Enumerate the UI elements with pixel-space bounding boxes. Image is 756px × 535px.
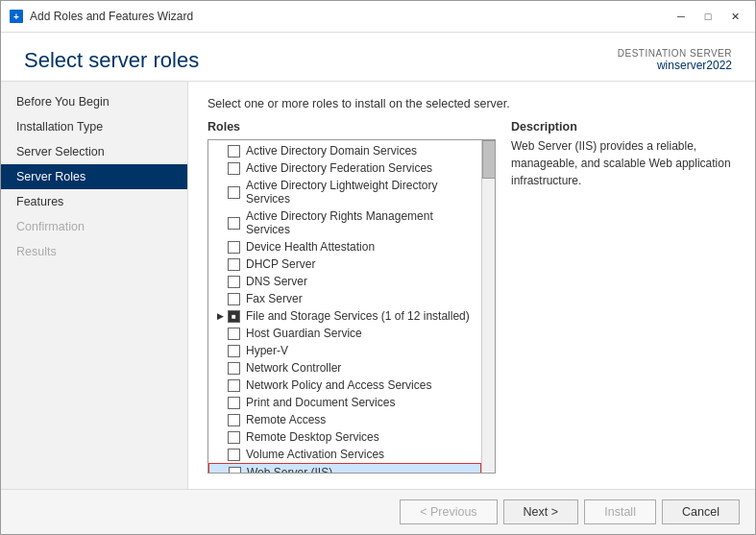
role-checkbox-network-controller[interactable] [228,362,240,375]
role-item-ad-lightweight[interactable]: Active Directory Lightweight Directory S… [208,177,481,207]
sidebar-item-features[interactable]: Features [1,189,187,214]
title-bar: + Add Roles and Features Wizard ─ □ ✕ [1,1,755,33]
role-item-dns[interactable]: DNS Server [208,273,481,290]
page-title: Select server roles [24,48,199,73]
role-checkbox-ad-rights[interactable] [228,217,240,230]
role-item-print-document[interactable]: Print and Document Services [208,394,481,411]
role-item-host-guardian[interactable]: Host Guardian Service [208,325,481,342]
role-item-network-controller[interactable]: Network Controller [208,359,481,377]
role-label-ad-federation: Active Directory Federation Services [246,161,432,175]
role-checkbox-device-health[interactable] [228,241,240,254]
role-checkbox-host-guardian[interactable] [228,328,240,340]
role-item-remote-access[interactable]: Remote Access [208,411,481,428]
roles-panel: Roles Active Directory Domain ServicesAc… [207,120,496,474]
sidebar-item-confirmation: Confirmation [1,214,187,239]
description-text: Web Server (IIS) provides a reliable, ma… [511,137,736,189]
role-label-dhcp: DHCP Server [246,257,315,271]
role-checkbox-remote-desktop[interactable] [228,431,240,444]
cancel-button[interactable]: Cancel [662,499,740,524]
title-bar-text: Add Roles and Features Wizard [30,10,669,23]
role-label-fax: Fax Server [246,292,303,305]
role-item-volume-activation[interactable]: Volume Activation Services [208,446,481,463]
role-checkbox-hyper-v[interactable] [228,345,240,357]
roles-list: Active Directory Domain ServicesActive D… [208,140,495,474]
instruction-text: Select one or more roles to install on t… [207,97,736,110]
role-label-dns: DNS Server [246,275,307,288]
maximize-button[interactable]: □ [695,7,720,26]
expand-arrow-file-storage[interactable]: ▶ [214,310,226,322]
wizard-body: Before You BeginInstallation TypeServer … [1,82,755,489]
role-item-network-policy[interactable]: Network Policy and Access Services [208,377,481,394]
role-checkbox-volume-activation[interactable] [228,449,240,461]
role-label-remote-desktop: Remote Desktop Services [246,430,379,444]
roles-list-container[interactable]: Active Directory Domain ServicesActive D… [207,139,496,474]
role-item-ad-domain[interactable]: Active Directory Domain Services [208,142,481,159]
role-item-file-storage[interactable]: ▶File and Storage Services (1 of 12 inst… [208,307,481,325]
sidebar-item-server-selection[interactable]: Server Selection [1,139,187,164]
role-item-fax[interactable]: Fax Server [208,290,481,307]
main-content: Select one or more roles to install on t… [188,82,755,489]
wizard-header: Select server roles DESTINATION SERVER w… [1,33,755,82]
sidebar-item-installation-type[interactable]: Installation Type [1,114,187,139]
role-label-remote-access: Remote Access [246,413,326,426]
description-header: Description [511,120,736,134]
destination-server: winserver2022 [618,59,732,72]
app-icon: + [9,9,24,24]
role-checkbox-web-server-iis[interactable] [229,467,241,474]
role-checkbox-print-document[interactable] [228,397,240,409]
role-item-hyper-v[interactable]: Hyper-V [208,342,481,359]
role-label-hyper-v: Hyper-V [246,344,288,357]
role-checkbox-dns[interactable] [228,276,240,288]
previous-button[interactable]: < Previous [400,499,497,524]
role-checkbox-remote-access[interactable] [228,414,240,426]
close-button[interactable]: ✕ [722,7,747,26]
role-label-web-server-iis: Web Server (IIS) [247,466,332,474]
role-item-ad-federation[interactable]: Active Directory Federation Services [208,159,481,177]
role-checkbox-network-policy[interactable] [228,379,240,392]
scrollbar-thumb[interactable] [482,140,496,179]
role-label-device-health: Device Health Attestation [246,240,375,254]
title-bar-controls: ─ □ ✕ [669,7,747,26]
destination-label: DESTINATION SERVER [618,48,732,59]
role-item-remote-desktop[interactable]: Remote Desktop Services [208,428,481,446]
role-label-volume-activation: Volume Activation Services [246,448,384,461]
role-checkbox-ad-federation[interactable] [228,162,240,175]
role-checkbox-file-storage[interactable] [228,310,240,323]
role-label-ad-domain: Active Directory Domain Services [246,144,417,158]
destination-info: DESTINATION SERVER winserver2022 [618,48,732,72]
role-checkbox-ad-lightweight[interactable] [228,186,240,199]
minimize-button[interactable]: ─ [669,7,694,26]
role-item-dhcp[interactable]: DHCP Server [208,255,481,273]
role-label-network-policy: Network Policy and Access Services [246,378,431,392]
next-button[interactable]: Next > [503,499,578,524]
wizard-footer: < Previous Next > Install Cancel [1,489,755,534]
role-label-host-guardian: Host Guardian Service [246,327,362,340]
roles-header: Roles [207,120,496,135]
role-label-ad-lightweight: Active Directory Lightweight Directory S… [246,179,476,206]
sidebar-item-results: Results [1,239,187,264]
role-item-ad-rights[interactable]: Active Directory Rights Management Servi… [208,207,481,238]
scrollbar-track[interactable] [481,140,495,473]
install-button[interactable]: Install [584,499,656,524]
description-panel: Description Web Server (IIS) provides a … [511,120,736,474]
role-item-web-server-iis[interactable]: Web Server (IIS) [208,463,481,474]
role-label-ad-rights: Active Directory Rights Management Servi… [246,209,476,236]
role-label-network-controller: Network Controller [246,361,341,375]
role-label-print-document: Print and Document Services [246,396,395,409]
role-checkbox-dhcp[interactable] [228,258,240,271]
sidebar: Before You BeginInstallation TypeServer … [1,82,188,489]
sidebar-item-before-you-begin[interactable]: Before You Begin [1,89,187,114]
sidebar-item-server-roles[interactable]: Server Roles [1,164,187,189]
role-checkbox-fax[interactable] [228,293,240,305]
role-checkbox-ad-domain[interactable] [228,145,240,158]
svg-text:+: + [13,12,19,22]
role-label-file-storage: File and Storage Services (1 of 12 insta… [246,309,470,323]
role-item-device-health[interactable]: Device Health Attestation [208,238,481,255]
roles-description-container: Roles Active Directory Domain ServicesAc… [207,120,736,474]
